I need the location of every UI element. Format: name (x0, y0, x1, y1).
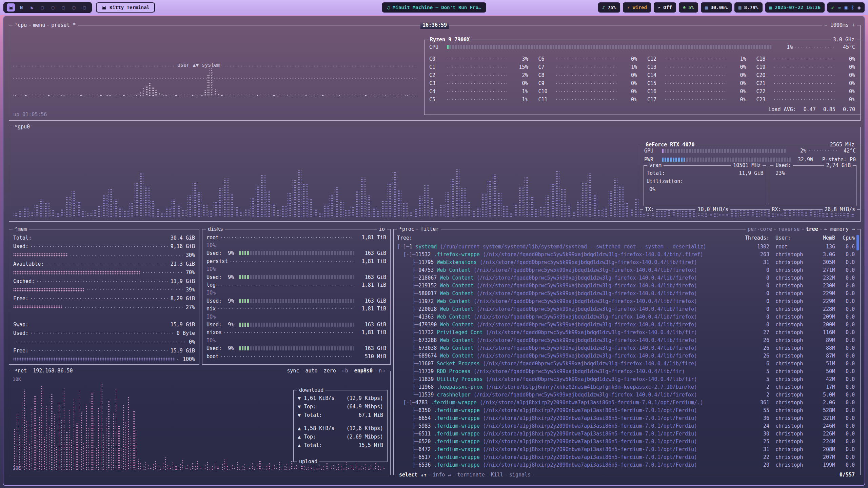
proc-action-signals[interactable]: signals (507, 471, 533, 479)
process-row[interactable]: ├─689674 Web Content (/nix/store/fqadd0b… (394, 352, 860, 360)
process-filter-button[interactable]: filter (418, 226, 441, 233)
network-tray-icon[interactable]: ≈ (838, 5, 841, 10)
process-cpu: 0.0 (835, 282, 855, 290)
proc-action-terminate[interactable]: terminate (455, 471, 487, 479)
process-user: christoph (769, 446, 811, 453)
window-icon[interactable]: ▢ (49, 3, 57, 12)
process-panel-label[interactable]: ⁴proc (397, 226, 416, 233)
core-name: C20 (756, 72, 771, 78)
process-row[interactable]: ├─11795 WebExtensions (/nix/store/fqadd0… (394, 259, 860, 266)
proc-tab-reverse[interactable]: reverse (776, 226, 802, 233)
proc-tab-per-core[interactable]: per-core (746, 226, 774, 233)
proc-action-select[interactable]: select ↓↑ (397, 471, 429, 479)
process-row[interactable]: ├─673288 Web Content (/nix/store/fqadd0b… (394, 337, 860, 344)
process-row[interactable]: ├─11607 Socket Process (/nix/store/fqadd… (394, 360, 860, 368)
network-panel-label[interactable]: ³net (13, 367, 29, 374)
column-threads[interactable]: Threads: (741, 234, 769, 242)
window-icon[interactable]: ▢ (70, 3, 78, 12)
memory-panel-label[interactable]: ²mem (13, 226, 29, 233)
proc-tab-tree[interactable]: tree (804, 226, 820, 233)
network-module[interactable]: ⚡Wired (623, 2, 651, 13)
process-row[interactable]: ├─673038 Web Content (/nix/store/fqadd0b… (394, 344, 860, 352)
net-button-b[interactable]: ←b (340, 367, 350, 374)
process-row[interactable]: ├─94753 Web Content (/nix/store/fqadd0bp… (394, 266, 860, 274)
window-icon[interactable]: ▢ (80, 3, 88, 12)
audio-module[interactable]: ♪75% (598, 2, 620, 13)
process-row[interactable]: ├─220028 Web Content (/nix/store/fqadd0b… (394, 305, 860, 313)
disks-io-tab[interactable]: io (377, 226, 387, 233)
process-row[interactable]: ├─6536 .ferdium-wrappe (/nix/store/a1pj8… (394, 461, 860, 469)
dotted-leader (665, 75, 727, 76)
process-row[interactable]: ├─41363 Web Content (/nix/store/fqadd0bp… (394, 313, 860, 321)
process-threads: 31 (741, 259, 769, 266)
process-cpu: 0.0 (835, 438, 855, 446)
process-row[interactable]: ├─580017 Web Content (/nix/store/fqadd0b… (394, 290, 860, 298)
cpu-core-row: C140% (647, 71, 746, 79)
process-row[interactable]: ├─218067 Web Content (/nix/store/fqadd0b… (394, 274, 860, 282)
net-button-n[interactable]: n→ (377, 367, 387, 374)
window-icon[interactable]: ▢ (59, 3, 67, 12)
process-user: christoph (769, 290, 811, 298)
process-row[interactable]: ├─11972 Web Content (/nix/store/fqadd0bp… (394, 298, 860, 305)
process-row[interactable]: ├─6511 .ferdium-wrappe (/nix/store/a1pj8… (394, 430, 860, 438)
proc-scrollbar[interactable] (856, 235, 859, 250)
process-row[interactable]: ├─479390 Web Content (/nix/store/fqadd0b… (394, 321, 860, 329)
process-row[interactable]: [-]─4783 .ferdium-wrappe (/nix/store/a1p… (394, 399, 860, 407)
process-row[interactable]: ├─219152 Web Content (/nix/store/fqadd0b… (394, 282, 860, 290)
bluetooth-icon[interactable]: ᛒ (851, 5, 854, 10)
core-name: C12 (647, 56, 662, 62)
net-button-enp8s0[interactable]: enp8s0 (352, 367, 375, 374)
cpu-preset-button[interactable]: preset * (49, 22, 78, 29)
process-mem: 305M (811, 259, 835, 266)
process-row[interactable]: ├─5983 .ferdium-wrappe (/nix/store/a1pj8… (394, 422, 860, 430)
column-user[interactable]: User: (769, 234, 811, 242)
proc-action-kill[interactable]: Kill (489, 471, 505, 479)
reload-icon[interactable]: ↻ (28, 3, 36, 12)
column-mem[interactable]: MemB (811, 234, 835, 242)
column-tree[interactable]: Tree: (397, 234, 412, 242)
disks-panel-label[interactable]: disks (206, 226, 225, 233)
media-module[interactable]: ♫ Minuit Machine – Don't Run Fro… (382, 2, 486, 13)
process-row[interactable]: ├─11732 Privileged Cont (/nix/store/fqad… (394, 329, 860, 337)
process-row[interactable]: ├─6520 .ferdium-wrappe (/nix/store/a1pj8… (394, 438, 860, 446)
process-row[interactable]: ├─6472 .ferdium-wrappe (/nix/store/a1pj8… (394, 446, 860, 453)
cpu-usage-module[interactable]: ♣5% (679, 2, 698, 13)
dotted-leader (31, 350, 168, 351)
net-button-zero[interactable]: zero (322, 367, 338, 374)
clock-module[interactable]: ▦2025-07-22 16:36 (765, 2, 825, 13)
process-mem: 88M (811, 344, 835, 352)
vpn-check-icon[interactable]: ✔ (831, 5, 834, 10)
process-row[interactable]: ├─11839 Utility Process (/nix/store/fqad… (394, 375, 860, 383)
dotted-leader (16, 342, 186, 342)
cpu-panel-label[interactable]: ¹cpu (13, 22, 29, 29)
gpu-panel-label[interactable]: ⁵gpu0 (13, 123, 32, 130)
kitty-cat-icon[interactable] (7, 3, 15, 12)
cpu-menu-button[interactable]: menu (31, 22, 47, 29)
process-row[interactable]: └─11539 crashhelper (/nix/store/fqadd0bp… (394, 391, 860, 399)
active-window-button[interactable]: Kitty Terminal (96, 2, 155, 13)
disk-icon: ▥ (738, 5, 741, 10)
proc-tab-memory[interactable]: ← memory → (822, 226, 857, 233)
process-tree-prefix: ├─ (397, 453, 418, 461)
memory-module[interactable]: ▤30.06% (701, 2, 732, 13)
disk-module[interactable]: ▥8.79% (734, 2, 763, 13)
column-cpu[interactable]: Cpu% (835, 234, 855, 242)
net-button-sync[interactable]: sync (285, 367, 301, 374)
process-row[interactable]: ├─6350 .ferdium-wrappe (/nix/store/a1pj8… (394, 407, 860, 414)
idle-inhibitor-module[interactable]: ✂Off (654, 2, 676, 13)
power-icon[interactable]: ◉ (858, 5, 861, 10)
proc-action-info[interactable]: info ↵ (431, 471, 453, 479)
process-name: Web Content (440, 337, 476, 344)
process-row[interactable]: ├─6517 .ferdium-wrappe (/nix/store/a1pj8… (394, 453, 860, 461)
process-cpu: 0.0 (835, 446, 855, 453)
refresh-rate-control[interactable]: − 1000ms + (822, 22, 857, 29)
nixos-icon[interactable]: N (17, 3, 25, 12)
process-row[interactable]: ├─11968 .keepassxc-prox (/nix/store/bslp… (394, 383, 860, 391)
net-button-auto[interactable]: auto (303, 367, 319, 374)
process-row[interactable]: [-]─11532 .firefox-wrappe (/nix/store/fq… (394, 251, 860, 259)
process-row[interactable]: ├─11739 RDD Process (/nix/store/fqadd0bp… (394, 368, 860, 375)
display-icon[interactable]: ▣ (845, 5, 847, 10)
process-row[interactable]: ├─6654 .ferdium-wrappe (/nix/store/a1pj8… (394, 414, 860, 422)
process-row[interactable]: [-]─1 systemd (/run/current-system/syste… (394, 243, 860, 251)
window-icon[interactable]: ▢ (38, 3, 46, 12)
